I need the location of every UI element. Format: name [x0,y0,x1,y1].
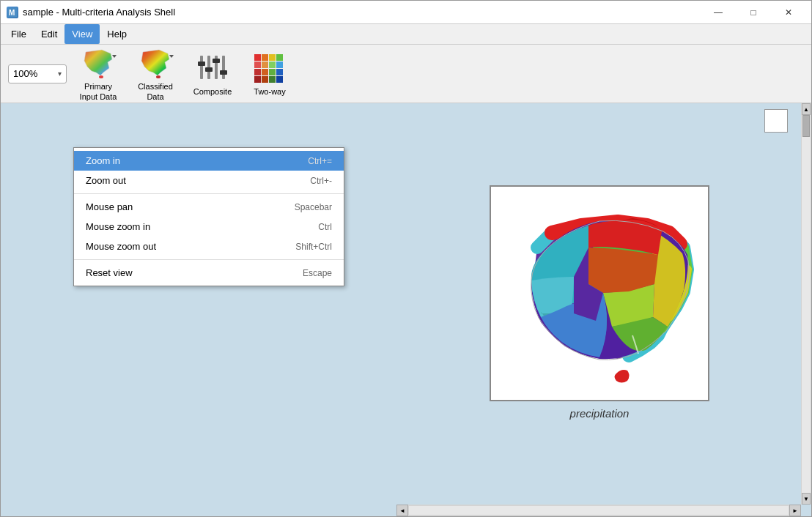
svg-rect-24 [269,69,276,75]
composite-label: Composite [193,87,232,97]
svg-rect-17 [276,54,283,61]
primary-input-label: PrimaryInput Data [80,82,117,101]
svg-rect-14 [254,54,261,61]
mouse-pan-shortcut: Spacebar [295,202,332,212]
maximize-button[interactable]: □ [737,1,770,24]
mouse-zoom-in-label: Mouse zoom in [86,221,150,232]
svg-rect-10 [198,62,205,66]
map-label: precipitation [570,407,630,420]
svg-rect-21 [276,62,283,68]
two-way-button[interactable]: Two-way [244,48,295,100]
scroll-down-button[interactable]: ▼ [802,493,811,505]
mouse-zoom-out-shortcut: Shift+Ctrl [295,242,332,252]
svg-text:M: M [9,9,15,17]
composite-button[interactable]: Composite [187,48,238,100]
map-container: precipitation [396,103,802,502]
two-way-label: Two-way [254,87,285,97]
svg-rect-15 [262,54,268,61]
scroll-right-button[interactable]: ► [789,505,801,516]
scroll-left-button[interactable]: ◄ [396,505,408,516]
two-way-icon [251,51,289,84]
classified-data-icon [136,45,174,79]
zoom-selector[interactable]: 100% ▾ [8,64,67,83]
menu-bar: File Edit View Help [1,24,811,45]
composite-icon [193,51,232,84]
australia-map [493,189,706,398]
svg-marker-5 [169,55,174,58]
mouse-zoom-in-option[interactable]: Mouse zoom in Ctrl [74,217,344,237]
nav-square [764,109,788,133]
window-title: sample - Multi-criteria Analysis Shell [23,7,175,18]
scroll-track-v [802,115,811,493]
svg-rect-6 [200,56,203,79]
mouse-pan-option[interactable]: Mouse pan Spacebar [74,197,344,217]
svg-rect-18 [254,62,261,68]
reset-view-option[interactable]: Reset view Escape [74,263,344,283]
menu-file[interactable]: File [4,24,34,44]
svg-rect-27 [262,76,268,83]
svg-rect-9 [222,56,225,79]
close-button[interactable]: ✕ [772,1,805,24]
app-window: M sample - Multi-criteria Analysis Shell… [0,0,812,517]
menu-separator-2 [74,259,344,260]
scroll-thumb-v[interactable] [802,115,810,137]
svg-rect-13 [220,70,227,75]
svg-rect-22 [254,69,261,75]
zoom-in-shortcut: Ctrl+= [308,156,332,166]
zoom-out-option[interactable]: Zoom out Ctrl+- [74,171,344,190]
primary-input-button[interactable]: PrimaryInput Data [73,42,124,104]
window-body: precipitation ▲ ▼ ◄ ► Zoom in Ctrl+= Zoo… [1,103,811,516]
toolbar: 100% ▾ [1,45,811,103]
mouse-pan-label: Mouse pan [86,201,133,212]
scroll-track-h [409,506,789,515]
svg-rect-23 [262,69,268,75]
mouse-zoom-out-label: Mouse zoom out [86,241,156,252]
menu-edit[interactable]: Edit [34,24,64,44]
menu-separator-1 [74,193,344,194]
zoom-arrow-icon: ▾ [58,70,62,78]
zoom-value: 100% [13,68,37,79]
zoom-out-shortcut: Ctrl+- [310,176,332,186]
primary-input-icon [79,45,117,79]
window-controls: — □ ✕ [701,1,805,24]
reset-view-shortcut: Escape [303,268,332,278]
zoom-out-label: Zoom out [86,175,126,186]
title-bar: M sample - Multi-criteria Analysis Shell… [1,1,811,24]
svg-rect-20 [269,62,276,68]
map-frame [490,185,709,401]
menu-view[interactable]: View [64,24,100,44]
vertical-scrollbar[interactable]: ▲ ▼ [801,103,811,505]
svg-rect-29 [276,76,283,83]
svg-rect-19 [262,62,268,68]
svg-point-4 [156,75,160,78]
horizontal-scrollbar[interactable]: ◄ ► [396,505,801,516]
svg-rect-28 [269,76,276,83]
svg-rect-16 [269,54,276,61]
menu-help[interactable]: Help [100,24,134,44]
mouse-zoom-in-shortcut: Ctrl [318,222,332,232]
classified-data-button[interactable]: ClassifiedData [130,42,181,104]
reset-view-label: Reset view [86,267,133,278]
svg-point-2 [99,75,103,78]
svg-rect-26 [254,76,261,83]
view-dropdown-menu: Zoom in Ctrl+= Zoom out Ctrl+- Mouse pan… [73,147,344,286]
zoom-in-option[interactable]: Zoom in Ctrl+= [74,151,344,171]
mouse-zoom-out-option[interactable]: Mouse zoom out Shift+Ctrl [74,237,344,256]
classified-data-label: ClassifiedData [138,82,173,101]
svg-rect-12 [213,59,220,63]
svg-rect-25 [276,69,283,75]
svg-rect-11 [205,67,213,72]
scroll-up-button[interactable]: ▲ [802,103,811,115]
app-icon: M [7,7,18,18]
zoom-in-label: Zoom in [86,155,120,166]
svg-marker-3 [112,55,117,58]
minimize-button[interactable]: — [701,1,735,24]
